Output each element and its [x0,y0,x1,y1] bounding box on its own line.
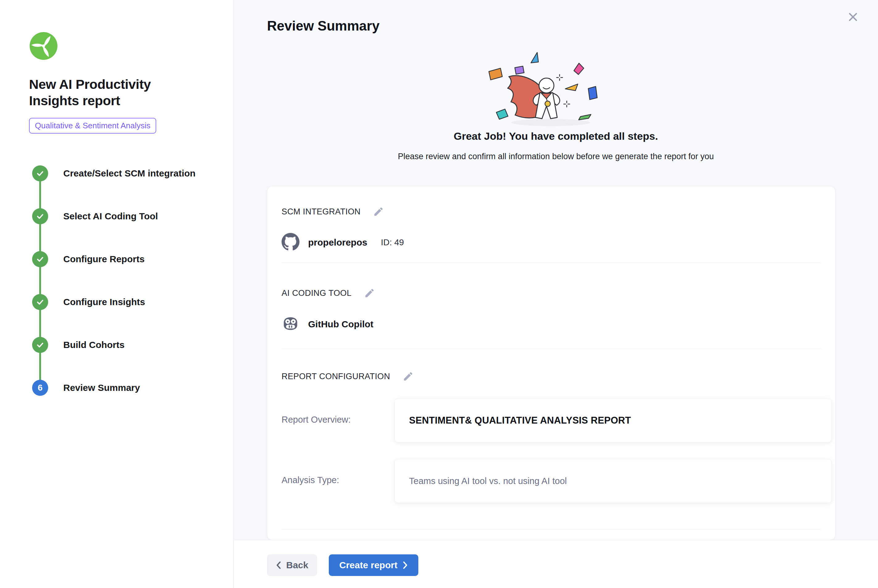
scm-integration-id: ID: 49 [381,237,404,248]
report-overview-value-box: SENTIMENT& QUALITATIVE ANALYSIS REPORT [395,399,831,442]
review-summary-panel: Review Summary [234,0,878,540]
back-button[interactable]: Back [267,554,317,576]
step-active-number-badge: 6 [32,380,48,396]
step-number: 6 [38,383,43,393]
report-type-badge: Qualitative & Sentiment Analysis [29,118,156,134]
scm-integration-section-header: SCM INTEGRATION [281,206,384,217]
page-title: Review Summary [267,18,379,34]
step-done-check-icon [32,251,48,267]
step-label: Select AI Coding Tool [63,211,158,222]
section-divider [281,262,821,263]
hero-heading: Great Job! You have completed all steps. [234,130,878,142]
section-divider [281,348,821,349]
wizard-sidebar: New AI Productivity Insights report Qual… [0,0,234,588]
ai-coding-tool-label: AI CODING TOOL [281,288,352,298]
close-icon[interactable] [846,10,860,24]
edit-report-configuration-icon[interactable] [403,371,414,382]
step-configure-reports[interactable]: Configure Reports [32,251,217,267]
step-configure-insights[interactable]: Configure Insights [32,294,217,310]
summary-card: SCM INTEGRATION propelorepos ID: 49 AI C… [267,186,835,540]
wizard-footer: Back Create report [234,540,878,588]
back-button-label: Back [286,560,308,570]
hero-subheading: Please review and confirm all informatio… [234,152,878,161]
step-label: Create/Select SCM integration [63,168,195,178]
report-configuration-label: REPORT CONFIGURATION [281,372,390,381]
step-done-check-icon [32,165,48,182]
edit-scm-integration-icon[interactable] [373,206,384,217]
propeller-logo-icon [29,32,58,60]
analysis-type-value: Teams using AI tool vs. not using AI too… [409,476,567,486]
scm-integration-label: SCM INTEGRATION [281,207,361,217]
step-label: Build Cohorts [63,340,125,350]
ai-coding-tool-name: GitHub Copilot [308,319,374,330]
stepper-connector-line [39,173,41,387]
scm-integration-value-row: propelorepos ID: 49 [281,233,404,252]
analysis-type-label: Analysis Type: [281,475,339,485]
report-configuration-section-header: REPORT CONFIGURATION [281,371,414,382]
step-done-check-icon [32,208,48,224]
create-report-button-label: Create report [339,560,397,570]
report-overview-value: SENTIMENT& QUALITATIVE ANALYSIS REPORT [409,415,631,426]
step-label: Configure Insights [63,297,145,307]
step-done-check-icon [32,337,48,353]
ai-coding-tool-value-row: GitHub Copilot [281,315,374,334]
step-create-select-scm-integration[interactable]: Create/Select SCM integration [32,165,217,182]
edit-ai-coding-tool-icon[interactable] [364,288,375,298]
step-build-cohorts[interactable]: Build Cohorts [32,337,217,353]
step-label: Review Summary [63,382,140,393]
github-copilot-icon [281,315,299,334]
create-report-button[interactable]: Create report [329,554,418,576]
step-label: Configure Reports [63,254,144,264]
wizard-stepper: Create/Select SCM integration Select AI … [32,165,217,396]
ai-coding-tool-section-header: AI CODING TOOL [281,288,375,298]
wizard-title: New AI Productivity Insights report [29,76,192,109]
report-overview-label: Report Overview: [281,415,351,425]
step-select-ai-coding-tool[interactable]: Select AI Coding Tool [32,208,217,224]
section-divider [281,529,821,530]
chevron-left-icon [276,561,281,570]
step-review-summary[interactable]: 6 Review Summary [32,380,217,396]
github-icon [281,233,299,252]
scm-integration-name: propelorepos [308,237,367,248]
step-done-check-icon [32,294,48,310]
celebration-illustration [469,43,642,133]
chevron-right-icon [402,561,408,570]
analysis-type-value-box: Teams using AI tool vs. not using AI too… [395,459,831,503]
